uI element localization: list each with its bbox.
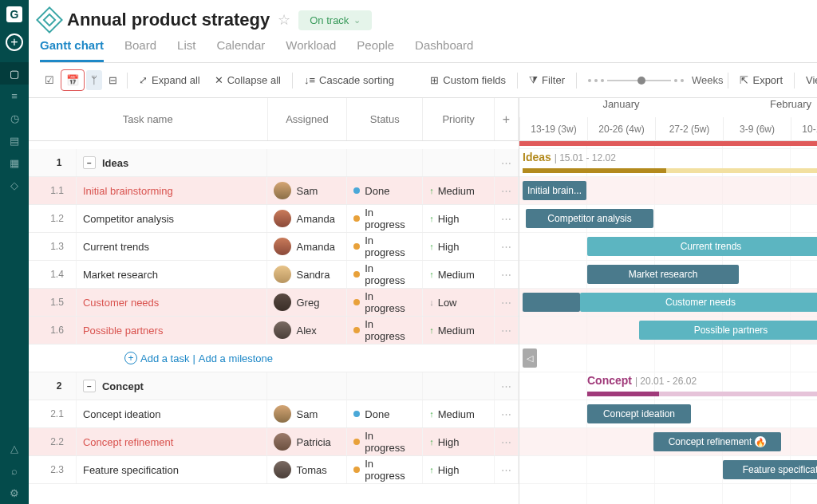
tab-workload[interactable]: Workload: [286, 38, 336, 62]
task-status[interactable]: In progress: [347, 261, 423, 288]
task-status[interactable]: In progress: [347, 233, 423, 260]
task-priority[interactable]: ↑Medium: [423, 317, 495, 344]
task-assignee[interactable]: Alex: [267, 317, 347, 344]
task-assignee[interactable]: Amanda: [267, 205, 347, 232]
task-name-cell[interactable]: Concept ideation: [77, 400, 268, 427]
favorite-star-icon[interactable]: ☆: [278, 11, 290, 29]
column-task-name[interactable]: Task name: [29, 98, 268, 140]
row-menu[interactable]: ⋯: [495, 205, 519, 232]
sidebar-item-bell[interactable]: △: [0, 437, 29, 459]
task-assignee[interactable]: Tomas: [267, 456, 347, 483]
expand-all-button[interactable]: ⤢Expand all: [132, 70, 207, 90]
tab-gantt-chart[interactable]: Gantt chart: [40, 38, 104, 62]
sidebar-item-list[interactable]: ≡: [0, 85, 29, 107]
add-button[interactable]: +: [6, 33, 23, 51]
row-menu[interactable]: ⋯: [495, 372, 519, 400]
gantt-bar[interactable]: Initial brain...: [523, 181, 586, 200]
task-name-cell[interactable]: Possible partners: [77, 317, 268, 344]
column-priority[interactable]: Priority: [423, 98, 495, 140]
task-name-cell[interactable]: Customer needs: [77, 289, 268, 316]
column-status[interactable]: Status: [347, 98, 423, 140]
task-status[interactable]: Done: [347, 177, 423, 204]
task-priority[interactable]: ↑High: [423, 428, 495, 455]
task-priority[interactable]: ↑Medium: [423, 177, 495, 204]
task-status[interactable]: In progress: [347, 317, 423, 344]
task-name-cell[interactable]: Competitor analysis: [77, 205, 268, 232]
task-name-cell[interactable]: Feature specification: [77, 456, 268, 483]
filter-button[interactable]: ⧩Filter: [523, 70, 571, 91]
collapse-toggle[interactable]: −: [83, 156, 96, 169]
task-name-cell[interactable]: Current trends: [77, 233, 268, 260]
gantt-bar[interactable]: Market research: [587, 265, 739, 284]
gantt-bar[interactable]: Current trends: [587, 237, 817, 256]
tab-board[interactable]: Board: [124, 38, 156, 62]
zoom-slider[interactable]: [588, 79, 684, 82]
gantt-bar[interactable]: Concept refinement🔥: [653, 432, 781, 451]
sidebar-item-search[interactable]: ⌕: [0, 459, 29, 482]
row-menu[interactable]: ⋯: [495, 400, 519, 427]
task-assignee[interactable]: Sam: [267, 400, 347, 427]
gantt-bar[interactable]: Competitor analysis: [526, 209, 653, 228]
gantt-collapse-handle[interactable]: ◁: [523, 348, 537, 368]
gantt-bar[interactable]: Customer needs: [580, 293, 817, 312]
task-assignee[interactable]: Sandra: [267, 261, 347, 288]
task-status[interactable]: In progress: [347, 456, 423, 483]
task-priority[interactable]: ↓Low: [423, 289, 495, 316]
sidebar-item-time[interactable]: ◷: [0, 107, 29, 129]
task-name-cell[interactable]: Market research: [77, 261, 268, 288]
task-status[interactable]: In progress: [347, 205, 423, 232]
collapse-toggle[interactable]: −: [83, 380, 96, 392]
row-menu[interactable]: ⋯: [495, 289, 519, 316]
collapse-all-button[interactable]: ✕Collapse all: [208, 70, 287, 90]
status-dropdown[interactable]: On track: [298, 10, 372, 30]
gantt-bar[interactable]: Concept ideation: [587, 404, 691, 423]
tab-people[interactable]: People: [357, 38, 394, 62]
task-assignee[interactable]: Amanda: [267, 233, 347, 260]
gantt-bar[interactable]: Feature specification: [723, 460, 817, 479]
row-menu[interactable]: ⋯: [495, 317, 519, 344]
custom-fields-button[interactable]: ⊞Custom fields: [424, 70, 512, 90]
task-status[interactable]: In progress: [347, 428, 423, 455]
sidebar-item-chat[interactable]: ◇: [0, 174, 29, 196]
gantt-bar[interactable]: [523, 293, 580, 312]
sidebar-item-folder[interactable]: ▢: [0, 62, 29, 85]
task-priority[interactable]: ↑High: [423, 233, 495, 260]
row-menu[interactable]: ⋯: [495, 428, 519, 455]
row-menu[interactable]: ⋯: [495, 233, 519, 260]
hierarchy-button[interactable]: ᛘ: [86, 70, 102, 90]
task-name-cell[interactable]: Initial brainstorming: [77, 177, 268, 204]
task-priority[interactable]: ↑High: [423, 456, 495, 483]
group-name-cell[interactable]: −Ideas: [77, 149, 268, 176]
task-priority[interactable]: ↑Medium: [423, 261, 495, 288]
add-column-button[interactable]: +: [495, 98, 519, 140]
gantt-bar[interactable]: Possible partners: [639, 321, 817, 340]
task-name-cell[interactable]: Concept refinement: [77, 428, 268, 455]
add-milestone-button[interactable]: Add a milestone: [199, 352, 273, 364]
column-assigned[interactable]: Assigned: [268, 98, 348, 140]
row-menu[interactable]: ⋯: [495, 177, 519, 204]
task-assignee[interactable]: Sam: [267, 177, 347, 204]
row-menu[interactable]: ⋯: [495, 456, 519, 483]
cascade-sorting-button[interactable]: ↓≡Cascade sorting: [298, 70, 401, 90]
export-button[interactable]: ⇱Export: [733, 70, 789, 90]
task-status[interactable]: Done: [347, 400, 423, 427]
sidebar-item-grid[interactable]: ▦: [0, 152, 29, 174]
task-assignee[interactable]: Patricia: [267, 428, 347, 455]
task-priority[interactable]: ↑Medium: [423, 400, 495, 427]
sidebar-item-doc[interactable]: ▤: [0, 129, 29, 152]
group-name-cell[interactable]: −Concept: [77, 372, 268, 400]
today-button[interactable]: 📅: [61, 69, 85, 91]
tab-calendar[interactable]: Calendar: [216, 38, 265, 62]
task-assignee[interactable]: Greg: [267, 289, 347, 316]
view-dropdown[interactable]: View ⌄: [799, 70, 817, 90]
task-status[interactable]: In progress: [347, 289, 423, 316]
tab-list[interactable]: List: [177, 38, 195, 62]
row-menu[interactable]: ⋯: [495, 261, 519, 288]
columns-button[interactable]: ⊟: [104, 70, 122, 90]
tab-dashboard[interactable]: Dashboard: [415, 38, 473, 62]
task-priority[interactable]: ↑High: [423, 205, 495, 232]
add-task-button[interactable]: Add a task: [140, 352, 189, 364]
checkbox-toggle[interactable]: ☑: [40, 70, 59, 90]
row-menu[interactable]: ⋯: [495, 149, 519, 176]
sidebar-item-settings[interactable]: ⚙: [0, 482, 29, 504]
